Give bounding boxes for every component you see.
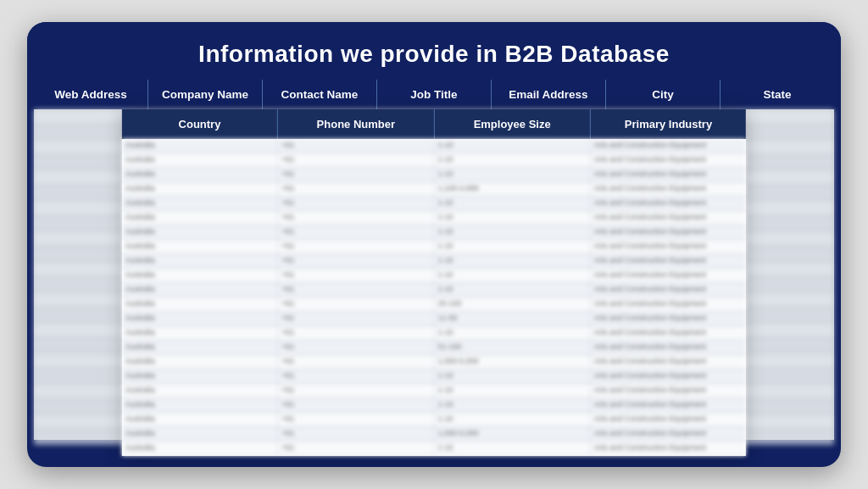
table-cell: Australia: [122, 211, 278, 225]
table-cell: +61: [278, 254, 434, 268]
table-row: Australia+611-10Arts and Construction Eq…: [122, 269, 746, 283]
table-cell: Arts and Construction Equipment: [591, 341, 746, 354]
table-cell: Australia: [122, 297, 278, 311]
table-cell: +61: [278, 370, 434, 383]
table-cell: Arts and Construction Equipment: [591, 225, 746, 239]
table-cell: Arts and Construction Equipment: [591, 355, 746, 369]
table-cell: +61: [278, 153, 434, 167]
col-job-title: Job Title: [377, 80, 492, 109]
table-row: Australia+611,000-5,000Arts and Construc…: [122, 427, 746, 442]
top-table-header: Web Address Company Name Contact Name Jo…: [27, 80, 841, 109]
center-col-country: Country: [122, 109, 278, 139]
table-row: Australia+6111-50Arts and Construction E…: [122, 312, 746, 326]
table-cell: +61: [278, 326, 434, 340]
table-cell: Arts and Construction Equipment: [591, 283, 746, 297]
table-cell: Australia: [122, 139, 278, 153]
table-cell: +61: [278, 182, 434, 196]
table-cell: 1-10: [435, 269, 591, 282]
table-cell: Arts and Construction Equipment: [591, 211, 746, 225]
center-table: Country Phone Number Employee Size Prima…: [122, 109, 746, 456]
col-state: State: [721, 80, 834, 109]
table-cell: 1-10: [435, 254, 591, 268]
table-cell: 1,100-4,999: [435, 182, 591, 196]
center-col-employee: Employee Size: [435, 109, 591, 139]
center-table-header: Country Phone Number Employee Size Prima…: [122, 109, 746, 139]
center-table-body: Australia+611-10Arts and Construction Eq…: [122, 139, 746, 456]
table-cell: 1-10: [435, 370, 591, 383]
table-row: Australia+611-10Arts and Construction Eq…: [122, 398, 746, 413]
table-row: Australia+6125-100Arts and Construction …: [122, 297, 746, 312]
table-cell: 1-10: [435, 211, 591, 225]
table-cell: +61: [278, 341, 434, 354]
table-row: Australia+611-10Arts and Construction Eq…: [122, 168, 746, 182]
title-section: Information we provide in B2B Database: [27, 22, 841, 80]
table-cell: +61: [278, 211, 434, 225]
table-cell: +61: [278, 297, 434, 311]
table-cell: 1-10: [435, 153, 591, 167]
table-row: Australia+611,500-5,000Arts and Construc…: [122, 355, 746, 370]
table-cell: +61: [278, 283, 434, 297]
table-row: Australia+611-10Arts and Construction Eq…: [122, 442, 746, 456]
table-cell: Arts and Construction Equipment: [591, 370, 746, 383]
table-cell: Australia: [122, 168, 278, 181]
table-cell: Australia: [122, 240, 278, 253]
table-cell: Arts and Construction Equipment: [591, 139, 746, 153]
table-cell: Arts and Construction Equipment: [591, 297, 746, 311]
table-cell: Arts and Construction Equipment: [591, 240, 746, 253]
table-cell: 1-10: [435, 197, 591, 210]
table-cell: Australia: [122, 269, 278, 282]
table-cell: +61: [278, 384, 434, 397]
table-cell: +61: [278, 413, 434, 426]
table-row: Australia+611-10Arts and Construction Eq…: [122, 211, 746, 225]
table-cell: 1-10: [435, 283, 591, 297]
table-cell: Arts and Construction Equipment: [591, 413, 746, 426]
table-cell: +61: [278, 139, 434, 153]
table-cell: +61: [278, 197, 434, 210]
table-cell: +61: [278, 240, 434, 253]
main-card: Information we provide in B2B Database W…: [27, 22, 841, 467]
table-cell: Arts and Construction Equipment: [591, 197, 746, 210]
table-row: Australia+611,100-4,999Arts and Construc…: [122, 182, 746, 197]
table-cell: Australia: [122, 398, 278, 412]
table-cell: 1-10: [435, 139, 591, 153]
col-web-address: Web Address: [34, 80, 148, 109]
table-row: Australia+611-10Arts and Construction Eq…: [122, 283, 746, 297]
page-title: Information we provide in B2B Database: [44, 41, 824, 68]
table-row: Australia+611-10Arts and Construction Eq…: [122, 139, 746, 153]
table-cell: Arts and Construction Equipment: [591, 182, 746, 196]
col-contact-name: Contact Name: [263, 80, 377, 109]
table-cell: Arts and Construction Equipment: [591, 398, 746, 412]
center-col-phone: Phone Number: [278, 109, 434, 139]
table-cell: +61: [278, 427, 434, 441]
table-row: Australia+611-10Arts and Construction Eq…: [122, 225, 746, 240]
table-cell: 1,500-5,000: [435, 355, 591, 369]
table-cell: 51-100: [435, 341, 591, 354]
table-cell: 1-10: [435, 413, 591, 426]
table-cell: Australia: [122, 442, 278, 455]
table-cell: Arts and Construction Equipment: [591, 442, 746, 455]
table-cell: Arts and Construction Equipment: [591, 384, 746, 397]
table-row: Australia+611-10Arts and Construction Eq…: [122, 197, 746, 211]
table-row: Australia+611-10Arts and Construction Eq…: [122, 413, 746, 427]
table-cell: 1-10: [435, 442, 591, 455]
col-company-name: Company Name: [148, 80, 263, 109]
table-cell: 1-10: [435, 384, 591, 397]
table-cell: Arts and Construction Equipment: [591, 254, 746, 268]
table-row: Australia+611-10Arts and Construction Eq…: [122, 384, 746, 398]
col-city: City: [606, 80, 721, 109]
table-cell: Arts and Construction Equipment: [591, 269, 746, 282]
table-cell: Australia: [122, 427, 278, 441]
table-cell: +61: [278, 442, 434, 455]
table-cell: 11-50: [435, 312, 591, 325]
table-cell: +61: [278, 225, 434, 239]
table-cell: Australia: [122, 283, 278, 297]
table-cell: +61: [278, 355, 434, 369]
table-row: Australia+611-10Arts and Construction Eq…: [122, 240, 746, 254]
table-cell: Arts and Construction Equipment: [591, 168, 746, 181]
table-cell: 1-10: [435, 398, 591, 412]
table-cell: Australia: [122, 153, 278, 167]
table-cell: Australia: [122, 197, 278, 210]
table-cell: Australia: [122, 225, 278, 239]
table-row: Australia+611-10Arts and Construction Eq…: [122, 254, 746, 269]
table-cell: Australia: [122, 370, 278, 383]
